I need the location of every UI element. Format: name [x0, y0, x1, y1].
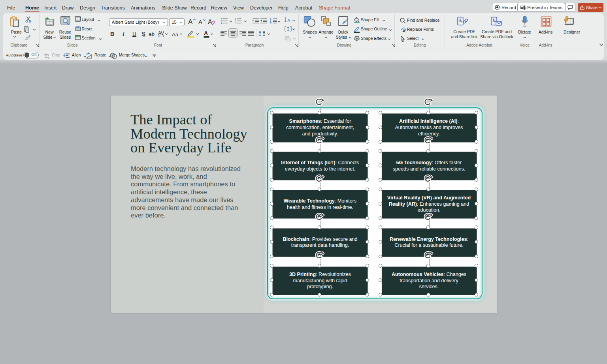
svg-text:A: A	[188, 18, 193, 26]
svg-text:A: A	[198, 19, 202, 25]
svg-text:AV: AV	[158, 30, 164, 36]
svg-text:A: A	[403, 29, 405, 33]
svg-text:A: A	[208, 19, 212, 25]
svg-text:A: A	[287, 18, 290, 23]
svg-text:3: 3	[235, 22, 236, 24]
svg-text:A: A	[204, 30, 208, 36]
